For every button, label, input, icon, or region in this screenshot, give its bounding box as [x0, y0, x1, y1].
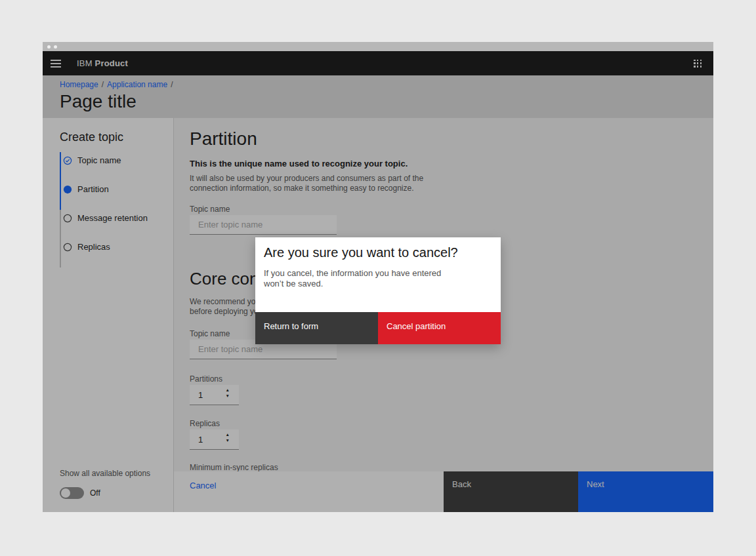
modal-body: If you cancel, the information you have …	[255, 260, 501, 289]
cancel-confirmation-modal: Are you sure you want to cancel? If you …	[255, 237, 501, 344]
cancel-partition-button[interactable]: Cancel partition	[378, 312, 501, 344]
window-control-dot	[54, 45, 57, 49]
app-shell: IBM Product Homepage / Application name …	[43, 51, 713, 512]
window-chrome	[43, 42, 713, 51]
browser-window: IBM Product Homepage / Application name …	[43, 42, 713, 512]
return-to-form-button[interactable]: Return to form	[255, 312, 378, 344]
window-control-dot	[47, 45, 51, 49]
modal-buttons: Return to form Cancel partition	[255, 312, 501, 344]
modal-title: Are you sure you want to cancel?	[255, 237, 501, 260]
